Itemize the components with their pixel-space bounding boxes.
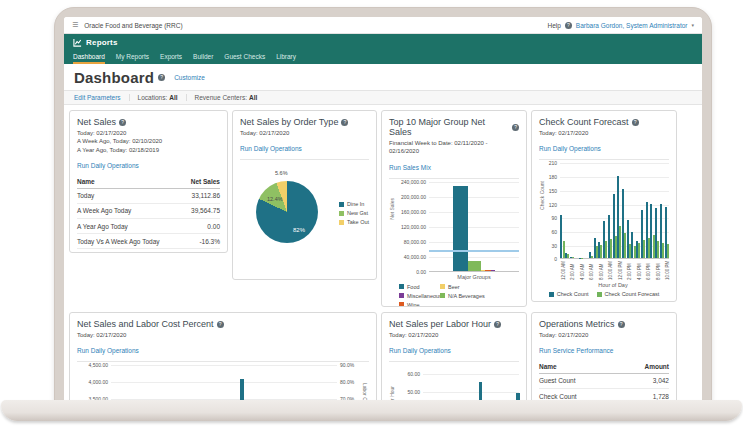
gridline [423,374,519,375]
x-tick-label: 2:00 AM [570,260,575,280]
legend-label: Food [407,284,420,290]
card-title: Net Sales by Order Type [240,117,338,127]
chevron-down-icon[interactable]: ▾ [691,22,694,28]
app-window: ☰ Oracle Food and Beverage (RRC) Help ? … [64,17,702,403]
date-line: Today: 02/17/2020 [240,129,369,137]
tick-label: 120 [549,202,557,208]
x-tick-label: 4:00 PM [637,260,642,280]
tick-label: 4,500.00 [89,362,108,368]
revenue-centers-param[interactable]: Revenue Centers:All [186,94,266,101]
table-row: A Year Ago Today0.00 [77,219,220,234]
legend-label: N/A Beverages [448,293,485,299]
page-title: Dashboard [74,69,154,86]
order-type-card: Net Sales by Order Type ? Today: 02/17/2… [232,110,377,280]
locations-label: Locations: [138,94,168,101]
reports-header: Reports Dashboard My Reports Exports Bui… [64,34,702,64]
legend-label: Miscellaneous [407,293,442,299]
average-net-sales-line [429,250,519,252]
col-name: Name [539,363,557,370]
x-tick-label: 2:00 PM [627,260,632,280]
labor-hour-chart: Net Sales per Labor Hour 60.0050.0040.00… [389,365,519,403]
tab-builder[interactable]: Builder [193,53,213,64]
date-line: A Week Ago, Today: 02/10/2020 [77,137,220,145]
legend-item: Check Count [549,291,589,297]
tick-label: 30 [551,243,557,249]
help-icon[interactable]: ? [565,22,572,29]
x-tick-label: 4:00 AM [580,260,585,280]
nav-tabs: Dashboard My Reports Exports Builder Gue… [64,50,702,64]
labor-hour-card: Net Sales per Labor Hour ? Today: 02/17/… [381,312,527,403]
date-line: Today: 02/17/2020 [77,331,369,339]
y-ticks: 2101801501209060300 [546,163,560,259]
legend-label: Dine In [347,201,364,207]
tab-dashboard[interactable]: Dashboard [73,53,105,64]
gridline [560,163,669,164]
edit-parameters-link[interactable]: Edit Parameters [74,94,129,101]
legend-swatch [440,284,445,289]
legend-item: New Gst [339,210,369,216]
y-axis-label: Check Count [539,181,545,210]
tick-label: 40,000.00 [404,254,426,260]
run-daily-operations-link[interactable]: Run Daily Operations [77,162,139,169]
run-service-performance-link[interactable]: Run Service Performance [539,347,613,354]
legend-swatch [399,284,404,289]
locations-param[interactable]: Locations:All [129,94,186,101]
run-daily-operations-link[interactable]: Run Daily Operations [389,347,451,354]
run-daily-operations-link[interactable]: Run Daily Operations [240,145,302,152]
tab-library[interactable]: Library [276,53,296,64]
run-sales-mix-link[interactable]: Run Sales Mix [389,164,431,171]
revenue-centers-label: Revenue Centers: [195,94,247,101]
reports-icon [73,38,82,47]
plot-area [423,365,519,403]
operations-metrics-card: Operations Metrics ? Today: 02/17/2020 R… [531,312,677,403]
info-icon[interactable]: ? [494,321,501,328]
card-title: Net Sales and Labor Cost Percent [77,319,214,329]
tick-label: 150 [549,188,557,194]
gridline [429,227,519,228]
run-daily-operations-link[interactable]: Run Daily Operations [539,145,601,152]
tick-label: 240,000.00 [401,179,426,185]
tick-label: 160,000.00 [401,209,426,215]
run-daily-operations-link[interactable]: Run Daily Operations [77,347,139,354]
legend-label: Check Count Forecast [605,291,660,297]
x-tick-label: 6:00 PM [646,260,651,280]
help-link[interactable]: Help [547,22,560,29]
y-ticks-right: 90.0%80.0%70.0%60.0%50.0%40.0%30.0%20.0%… [337,365,361,403]
net-sales-card: Net Sales ? Today: 02/17/2020 A Week Ago… [69,110,228,253]
legend-swatch [339,202,344,207]
tab-my-reports[interactable]: My Reports [116,53,149,64]
tab-guest-checks[interactable]: Guest Checks [224,53,265,64]
info-icon[interactable]: ? [158,74,165,81]
info-icon[interactable]: ? [217,321,224,328]
tick-label: 0 [554,256,557,262]
labor-cost-card: Net Sales and Labor Cost Percent ? Today… [69,312,377,403]
tab-exports[interactable]: Exports [160,53,182,64]
check-forecast-card: Check Count Forecast ? Today: 02/17/2020… [531,110,677,302]
bar-miscellaneous [491,270,495,271]
info-icon[interactable]: ? [341,119,348,126]
x-tick-label: 8:00 AM [599,260,604,280]
legend-swatch [399,302,404,307]
pie-label-new-gst: 12.4% [267,196,283,202]
info-icon[interactable]: ? [618,321,625,328]
info-icon[interactable]: ? [632,119,639,126]
laptop-base [1,400,742,421]
gridline [429,197,519,198]
legend-swatch [339,211,344,216]
user-menu[interactable]: Barbara Gordon, System Administrator [576,22,688,29]
tick-label: 90.0% [340,362,354,368]
info-icon[interactable]: ? [512,124,519,131]
info-icon[interactable]: ? [119,119,126,126]
table-header: Name Amount [539,360,669,374]
customize-link[interactable]: Customize [174,74,205,81]
gridline [429,182,519,183]
page: ☰ Oracle Food and Beverage (RRC) Help ? … [0,0,743,427]
net-sales-table: Today33,112.86A Week Ago Today39,564.75A… [77,189,220,253]
tick-label: 0.00 [416,269,426,275]
hamburger-icon[interactable]: ☰ [72,21,78,29]
gridline [429,242,519,243]
check-count-forecast-bar [572,257,574,258]
tick-label: 4,000.00 [89,379,108,385]
tick-label: 120,000.00 [401,224,426,230]
tick-label: 60.00 [407,371,420,377]
